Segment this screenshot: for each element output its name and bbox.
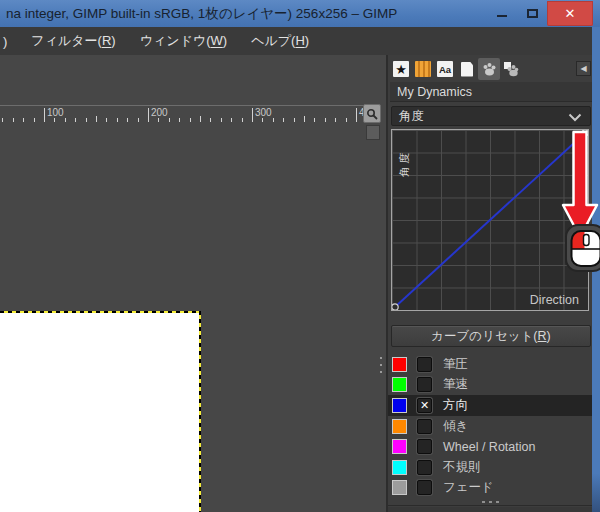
minimize-icon (497, 15, 507, 17)
property-dropdown-value: 角度 (399, 109, 424, 123)
color-swatch[interactable] (392, 480, 407, 495)
curve-y-axis-label: 角度 (397, 151, 412, 177)
dock-tab-dynamics-editor[interactable] (500, 58, 522, 80)
ruler-tick (75, 118, 76, 122)
close-icon: ✕ (565, 7, 576, 20)
menu-bar: )フィルター(R)ウィンドウ(W)ヘルプ(H) (0, 27, 592, 55)
dynamics-dock: ★Aa ◀ My Dynamics 角度 角度 Direction カーブのリセ… (386, 55, 592, 512)
ruler-tick (106, 118, 107, 122)
ruler-tick (190, 118, 191, 122)
color-swatch[interactable] (392, 419, 407, 434)
ruler-tick (356, 108, 357, 122)
ruler-tick (13, 118, 14, 122)
panel-menu-button[interactable]: ◀ (576, 61, 591, 76)
property-label: 筆圧 (443, 356, 468, 373)
property-checkbox[interactable] (417, 480, 432, 495)
dock-tab-fonts[interactable]: Aa (434, 58, 456, 80)
dynamics-name-label: My Dynamics (390, 82, 592, 102)
ruler-label: 100 (47, 107, 64, 118)
property-dropdown[interactable]: 角度 (391, 106, 591, 126)
ruler-tick (200, 116, 201, 122)
color-swatch[interactable] (392, 357, 407, 372)
ruler-tick (2, 118, 3, 122)
property-checkbox[interactable] (417, 460, 432, 475)
menu-item-truncated[interactable]: ) (3, 34, 7, 49)
dynamics-row-3[interactable]: 傾き (388, 416, 592, 437)
property-label: Wheel / Rotation (443, 440, 535, 454)
chevron-down-icon (568, 113, 582, 122)
dynamics-row-2[interactable]: ✕方向 (388, 395, 592, 416)
scrollbar-corner[interactable] (366, 125, 380, 140)
reset-curve-label: カーブのリセット(R) (431, 328, 550, 345)
ruler-tick (231, 118, 232, 122)
reset-curve-button[interactable]: カーブのリセット(R) (391, 325, 591, 347)
close-button[interactable]: ✕ (547, 1, 593, 26)
dock-tab-brushes-star[interactable]: ★ (390, 58, 412, 80)
ruler-label: 300 (255, 107, 272, 118)
window-title: na integer, GIMP built-in sRGB, 1枚のレイヤー)… (6, 0, 397, 27)
ruler-tick (117, 118, 118, 122)
curve-x-axis-label: Direction (530, 293, 579, 307)
menu-item-3[interactable]: ヘルプ(H) (251, 32, 309, 50)
layer-boundary-right (199, 311, 201, 512)
ruler-tick (325, 118, 326, 122)
color-swatch[interactable] (392, 460, 407, 475)
property-label: 不規則 (443, 459, 481, 476)
ruler-tick (23, 118, 24, 122)
magnifier-icon (366, 108, 378, 120)
property-label: 方向 (443, 397, 468, 414)
ruler-tick (65, 118, 66, 122)
property-checkbox[interactable] (417, 377, 432, 392)
ruler-tick (346, 118, 347, 122)
ruler-tick (273, 118, 274, 122)
window-edge (592, 27, 600, 512)
dynamics-row-0[interactable]: 筆圧 (388, 354, 592, 375)
color-swatch[interactable] (392, 398, 407, 413)
canvas-area: 100200300400 (0, 55, 386, 512)
title-bar: na integer, GIMP built-in sRGB, 1枚のレイヤー)… (0, 0, 600, 27)
ruler-tick (179, 118, 180, 122)
dynamics-icon (481, 61, 497, 77)
property-checkbox[interactable] (417, 357, 432, 372)
ruler-tick (127, 118, 128, 122)
dynamics-row-1[interactable]: 筆速 (388, 375, 592, 396)
zoom-follow-window-button[interactable] (363, 104, 381, 123)
dock-tab-patterns[interactable] (412, 58, 434, 80)
dock-tab-dynamics[interactable] (478, 58, 500, 80)
property-checkbox[interactable] (417, 419, 432, 434)
property-checkbox[interactable]: ✕ (417, 398, 432, 413)
ruler-tick (138, 118, 139, 122)
dynamics-row-5[interactable]: 不規則 (388, 457, 592, 478)
curve-plot (392, 130, 588, 310)
dynamics-row-4[interactable]: Wheel / Rotation (388, 436, 592, 457)
image-canvas[interactable] (0, 313, 199, 512)
menu-item-1[interactable]: フィルター(R) (31, 32, 115, 50)
color-swatch[interactable] (392, 439, 407, 454)
ruler-tick (221, 118, 222, 122)
list-resize-grip[interactable] (388, 499, 592, 506)
ruler-tick (314, 118, 315, 122)
ruler-label: 200 (151, 107, 168, 118)
brushes-star-icon: ★ (393, 61, 409, 77)
ruler-tick (34, 118, 35, 122)
dockable-tab-bar: ★Aa (390, 58, 522, 80)
dynamics-row-6[interactable]: フェード (388, 478, 592, 499)
ruler-tick (148, 108, 149, 122)
property-checkbox[interactable] (417, 439, 432, 454)
maximize-button[interactable] (519, 0, 545, 26)
color-swatch[interactable] (392, 377, 407, 392)
dynamics-curve-editor[interactable]: 角度 Direction (391, 129, 589, 311)
ruler-tick (44, 108, 45, 122)
document-icon (461, 62, 473, 77)
dock-tab-document[interactable] (456, 58, 478, 80)
horizontal-ruler[interactable]: 100200300400 (0, 105, 364, 123)
patterns-icon (415, 61, 431, 77)
ruler-tick (283, 118, 284, 122)
minimize-button[interactable] (489, 0, 515, 26)
property-label: 傾き (443, 418, 468, 435)
menu-item-2[interactable]: ウィンドウ(W) (140, 32, 227, 50)
ruler-tick (262, 118, 263, 122)
dock-resize-grip[interactable] (380, 357, 382, 373)
ruler-tick (86, 118, 87, 122)
property-label: フェード (443, 479, 494, 496)
